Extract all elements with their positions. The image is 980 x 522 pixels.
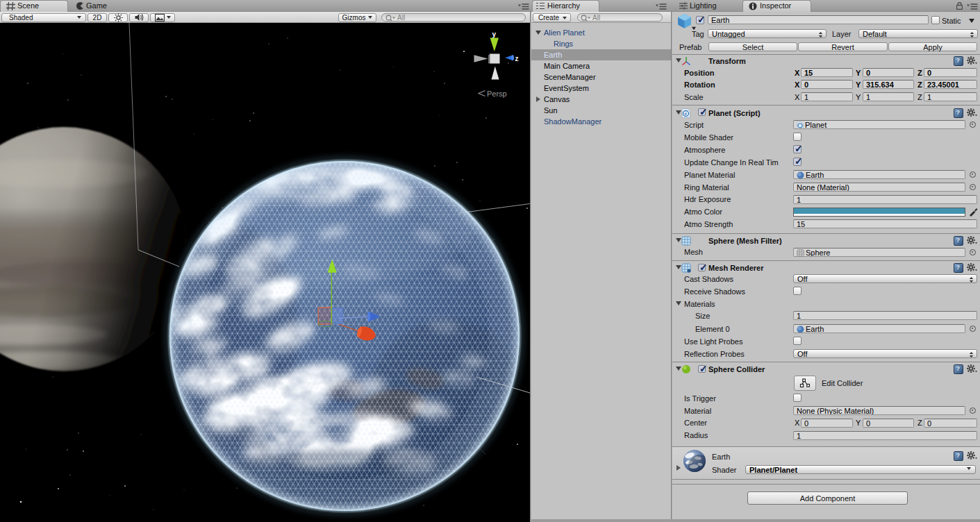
- svg-text:z: z: [515, 55, 519, 62]
- svg-text:Persp: Persp: [487, 90, 507, 98]
- svg-text:y: y: [492, 31, 497, 38]
